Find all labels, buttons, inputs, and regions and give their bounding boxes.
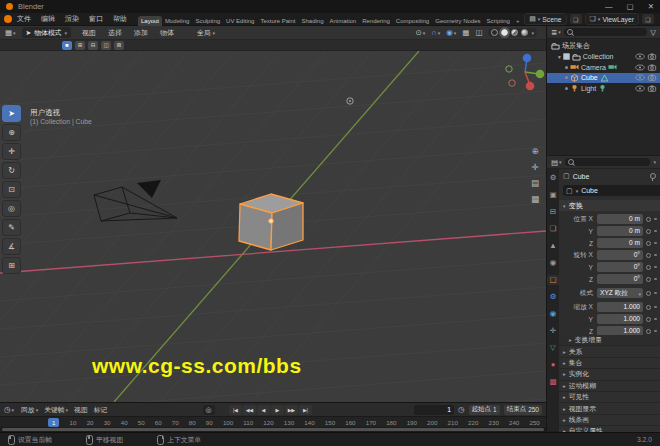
outliner-row-Cube[interactable]: Cube <box>547 73 660 84</box>
properties-search-input[interactable] <box>565 158 651 166</box>
frame-number-70[interactable]: 70 <box>172 419 179 426</box>
object-name-field[interactable]: ▢ ▾ Cube <box>563 185 660 196</box>
frame-number-10[interactable]: 10 <box>70 419 77 426</box>
workspace-tab[interactable]: + <box>513 16 523 26</box>
frame-start-field[interactable]: 起始点 1 <box>469 405 500 415</box>
jump-to-end-button[interactable]: ▶| <box>299 405 312 415</box>
outliner-filter-button[interactable]: ▽ <box>650 28 656 37</box>
timeline-menu-关键帧[interactable]: 关键帧▾ <box>41 405 71 415</box>
timeline-menu-回放[interactable]: 回放▾ <box>18 405 41 415</box>
shading-wireframe-button[interactable] <box>491 29 498 36</box>
workspace-tab[interactable]: Animation <box>326 16 359 26</box>
workspace-tab[interactable]: Shading <box>298 16 326 26</box>
workspace-tab[interactable]: UV Editing <box>223 16 257 26</box>
new-scene-button[interactable]: ❏ <box>570 14 582 24</box>
pin-icon[interactable] <box>650 173 656 179</box>
tab-render[interactable]: ▣ <box>547 190 560 200</box>
render-toggle-camera-icon[interactable] <box>647 85 657 92</box>
frame-number-250[interactable]: 250 <box>529 419 539 426</box>
tab-view-layer[interactable]: ❏ <box>547 224 560 234</box>
timeline-menu-标记[interactable]: 标记 <box>91 405 111 415</box>
frame-number-230[interactable]: 230 <box>489 419 499 426</box>
collection-checkbox[interactable] <box>563 53 570 60</box>
frame-number-240[interactable]: 240 <box>509 419 519 426</box>
show-overlays-toggle[interactable]: ◫ <box>475 28 482 37</box>
outliner-row-场景集合[interactable]: 场景集合 <box>547 41 660 52</box>
frame-number-190[interactable]: 190 <box>407 419 417 426</box>
hide-toggle-eye-icon[interactable] <box>635 53 645 60</box>
timeline-menu-视图[interactable]: 视图 <box>71 405 91 415</box>
animate-dot-icon[interactable] <box>654 266 657 269</box>
value-field[interactable]: 0° <box>597 262 643 272</box>
breadcrumb-object[interactable]: Cube <box>573 173 590 180</box>
play-reverse-button[interactable]: ◀ <box>257 405 270 415</box>
outliner-row-Light[interactable]: Light <box>547 83 660 94</box>
value-field[interactable]: 1.000 <box>597 302 643 312</box>
value-field[interactable]: 0° <box>597 250 643 260</box>
workspace-tab[interactable]: Rendering <box>359 16 393 26</box>
panel-可见性[interactable]: ▸可见性 <box>559 392 660 403</box>
shading-rendered-button[interactable] <box>521 29 528 36</box>
maximize-button[interactable]: ▢ <box>627 2 634 11</box>
decorator-icon[interactable] <box>646 329 651 334</box>
workspace-tab[interactable]: Texture Paint <box>257 16 298 26</box>
decorator-icon[interactable] <box>646 241 651 246</box>
menu-窗口[interactable]: 窗口 <box>84 14 108 24</box>
outliner-row-Collection[interactable]: ▾Collection <box>547 52 660 63</box>
decorator-icon[interactable] <box>646 317 651 322</box>
menu-文件[interactable]: 文件 <box>12 14 36 24</box>
mode-dropdown[interactable]: ➤ 物体模式 ▾ <box>22 27 71 38</box>
show-gizmos-toggle[interactable]: ▦ <box>462 28 469 37</box>
frame-number-180[interactable]: 180 <box>386 419 396 426</box>
tab-modifiers[interactable]: ⚙ <box>547 292 560 302</box>
select-mode-subtract[interactable]: ⊟ <box>88 41 98 50</box>
tab-output[interactable]: ⊟ <box>547 207 560 217</box>
viewport-menu-物体[interactable]: 物体 <box>155 28 179 38</box>
animate-dot-icon[interactable] <box>654 306 657 309</box>
tool-scale[interactable]: ⊡ <box>2 181 21 198</box>
properties-editor-dropdown[interactable]: ▤ ▾ <box>551 158 562 167</box>
select-mode-intersect[interactable]: ⊠ <box>114 41 124 50</box>
animate-dot-icon[interactable] <box>654 278 657 281</box>
tab-texture[interactable]: ▩ <box>547 377 560 387</box>
outliner-search-input[interactable] <box>564 28 647 36</box>
frame-number-100[interactable]: 100 <box>223 419 233 426</box>
frame-number-130[interactable]: 130 <box>284 419 294 426</box>
tool-rotate[interactable]: ↻ <box>2 162 21 179</box>
panel-变换增量[interactable]: ▸变换增量 <box>559 335 660 346</box>
workspace-tab[interactable]: Modeling <box>162 16 192 26</box>
tab-tool[interactable]: ⚙ <box>547 173 560 183</box>
tool-measure[interactable]: ∡ <box>2 238 21 255</box>
frame-number-50[interactable]: 50 <box>138 419 145 426</box>
jump-to-start-button[interactable]: |◀ <box>229 405 242 415</box>
next-keyframe-button[interactable]: ▶▶ <box>285 405 298 415</box>
value-field[interactable]: 0° <box>597 274 643 284</box>
viewport-menu-添加[interactable]: 添加 <box>129 28 153 38</box>
close-button[interactable]: ✕ <box>648 2 654 11</box>
panel-实例化[interactable]: ▸实例化 <box>559 369 660 380</box>
auto-keyframe-toggle[interactable]: ◎ <box>203 405 215 415</box>
tool-move[interactable]: ✛ <box>2 143 21 160</box>
frame-number-60[interactable]: 60 <box>155 419 162 426</box>
previous-keyframe-button[interactable]: ◀◀ <box>243 405 256 415</box>
viewport-menu-选择[interactable]: 选择 <box>103 28 127 38</box>
editor-type-dropdown[interactable]: ▦ ▾ <box>5 28 16 37</box>
frame-number-30[interactable]: 30 <box>104 419 111 426</box>
frame-number-220[interactable]: 220 <box>468 419 478 426</box>
animate-dot-icon[interactable] <box>654 218 657 221</box>
frame-number-200[interactable]: 200 <box>427 419 437 426</box>
expand-icon[interactable]: ▾ <box>558 54 561 60</box>
tab-scene[interactable]: ▲ <box>547 241 560 251</box>
frame-number-1[interactable]: 1 <box>48 418 59 427</box>
workspace-tab[interactable]: Sculpting <box>192 16 223 26</box>
camera-view-icon[interactable]: ▤ <box>531 179 539 188</box>
zoom-icon[interactable]: ⊕ <box>531 147 538 156</box>
shading-material-button[interactable] <box>511 29 518 36</box>
panel-运动模糊[interactable]: ▸运动模糊 <box>559 381 660 392</box>
frame-number-150[interactable]: 150 <box>325 419 335 426</box>
panel-集合[interactable]: ▸集合 <box>559 358 660 369</box>
workspace-tab[interactable]: Geometry Nodes <box>432 16 483 26</box>
render-toggle-camera-icon[interactable] <box>647 64 657 71</box>
tab-physics[interactable]: ◉ <box>547 309 560 319</box>
animate-dot-icon[interactable] <box>654 318 657 321</box>
